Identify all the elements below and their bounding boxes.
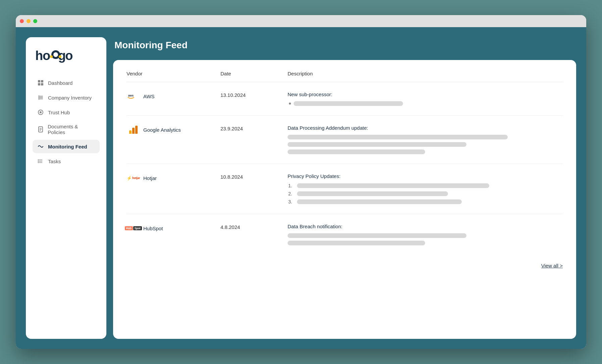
placeholder-bar (288, 233, 466, 238)
placeholder-bar (297, 183, 489, 188)
app-container: h o go (16, 27, 586, 349)
aws-logo-icon: aws (127, 92, 140, 101)
svg-rect-10 (41, 83, 43, 85)
browser-minimize-button[interactable] (27, 19, 31, 23)
desc-cell-aws: New sub-processor: (288, 92, 563, 106)
header-description: Description (288, 71, 563, 76)
hotjar-logo-icon: ⚡ hotjar (127, 173, 140, 183)
svg-text:aws: aws (128, 94, 134, 97)
desc-cell-hotjar: Privacy Policy Updates: 1. 2. (288, 173, 563, 204)
placeholder-bar (297, 199, 462, 204)
svg-point-26 (38, 162, 39, 163)
bullet-list-aws (288, 101, 563, 106)
main-content: Monitoring Feed Vendor Date Description (113, 37, 576, 339)
sidebar-item-monitoring-feed[interactable]: Monitoring Feed (33, 140, 100, 153)
placeholder-bar (288, 135, 508, 139)
svg-point-25 (38, 161, 39, 162)
svg-point-16 (40, 111, 42, 113)
content-card: Vendor Date Description aws (113, 60, 576, 339)
dashboard-icon (37, 79, 44, 86)
desc-title-aws: New sub-processor: (288, 92, 563, 97)
numbered-item: 3. (288, 199, 563, 204)
sidebar-item-dashboard[interactable]: Dashboard (33, 76, 100, 89)
vendor-name-hubspot: HubSpot (143, 226, 163, 231)
browser-maximize-button[interactable] (33, 19, 37, 23)
logo-svg: h o go (35, 48, 76, 63)
sidebar-item-trust-hub-label: Trust Hub (48, 110, 70, 115)
placeholder-bar (294, 101, 403, 106)
view-all-link[interactable]: View all > (541, 263, 563, 268)
tasks-icon (37, 158, 44, 165)
vendor-cell-hotjar: ⚡ hotjar Hotjar (127, 173, 220, 183)
svg-point-24 (38, 160, 39, 161)
svg-rect-14 (38, 95, 40, 100)
svg-text:h: h (35, 49, 42, 63)
vendor-name-hotjar: Hotjar (143, 175, 157, 181)
num-label: 2. (288, 191, 294, 196)
logo: h o go (33, 48, 100, 64)
hubspot-logo-icon: HubSpot (127, 224, 140, 233)
placeholder-bar (288, 142, 466, 147)
desc-cell-hubspot: Data Breach notification: (288, 224, 563, 245)
desc-title-hotjar: Privacy Policy Updates: (288, 173, 563, 179)
sidebar-item-dashboard-label: Dashboard (48, 80, 72, 86)
desc-cell-ga: Data Processing Addendum update: (288, 125, 563, 154)
numbered-list-hotjar: 1. 2. 3. (288, 183, 563, 204)
svg-rect-8 (41, 80, 43, 82)
desc-title-hubspot: Data Breach notification: (288, 224, 563, 229)
num-label: 3. (288, 199, 294, 204)
table-row: Google Analytics 23.9.2024 Data Processi… (127, 116, 563, 164)
svg-point-5 (50, 55, 53, 58)
documents-icon (37, 126, 44, 133)
sidebar-item-tasks[interactable]: Tasks (33, 155, 100, 168)
sidebar-nav: Dashboard Company Inventory (33, 76, 100, 168)
browser-close-button[interactable] (20, 19, 24, 23)
sidebar-item-company-inventory-label: Company Inventory (48, 95, 92, 101)
date-cell-hubspot: 4.8.2024 (220, 224, 288, 230)
bullet-item (289, 101, 563, 106)
table-row: aws AWS 13.10.2024 New sub-processor: (127, 82, 563, 116)
google-analytics-logo-icon (127, 125, 140, 134)
sidebar-item-documents-policies-label: Documents & Policies (48, 124, 95, 135)
view-all-row: View all > (127, 255, 563, 268)
sidebar-item-monitoring-feed-label: Monitoring Feed (48, 144, 87, 149)
date-cell-hotjar: 10.8.2024 (220, 173, 288, 180)
svg-point-6 (59, 55, 61, 58)
trust-icon (37, 109, 44, 116)
ga-bar-1 (129, 130, 132, 134)
table-header: Vendor Date Description (127, 71, 563, 82)
sidebar-item-company-inventory[interactable]: Company Inventory (33, 91, 100, 104)
date-cell-ga: 23.9.2024 (220, 125, 288, 131)
browser-frame: h o go (16, 15, 586, 349)
ga-bar-3 (135, 126, 138, 134)
placeholder-bar (297, 191, 448, 196)
vendor-name-aws: AWS (143, 94, 155, 99)
vendor-cell-hubspot: HubSpot HubSpot (127, 224, 220, 233)
placeholder-bar (288, 241, 425, 245)
numbered-item: 2. (288, 191, 563, 196)
svg-text:o: o (43, 49, 50, 63)
svg-rect-7 (38, 80, 40, 82)
desc-title-ga: Data Processing Addendum update: (288, 125, 563, 131)
vendor-cell-aws: aws AWS (127, 92, 220, 101)
table-row: HubSpot HubSpot 4.8.2024 Data Breach not… (127, 214, 563, 255)
table-row: ⚡ hotjar Hotjar 10.8.2024 Privacy Policy… (127, 164, 563, 214)
sidebar-item-documents-policies[interactable]: Documents & Policies (33, 120, 100, 138)
bullet-dot (289, 103, 291, 105)
vendor-name-ga: Google Analytics (143, 127, 181, 133)
monitoring-icon (37, 143, 44, 150)
sidebar: h o go (26, 37, 106, 339)
header-date: Date (220, 71, 288, 76)
date-cell-aws: 13.10.2024 (220, 92, 288, 98)
header-vendor: Vendor (127, 71, 220, 76)
svg-rect-9 (38, 83, 40, 85)
page-title: Monitoring Feed (113, 37, 576, 53)
num-label: 1. (288, 183, 294, 188)
placeholder-bar (288, 149, 425, 154)
sidebar-item-trust-hub[interactable]: Trust Hub (33, 106, 100, 119)
browser-chrome (16, 15, 586, 27)
feed-table: Vendor Date Description aws (127, 71, 563, 268)
svg-point-3 (53, 52, 58, 57)
numbered-item: 1. (288, 183, 563, 188)
ga-bar-2 (132, 128, 135, 134)
